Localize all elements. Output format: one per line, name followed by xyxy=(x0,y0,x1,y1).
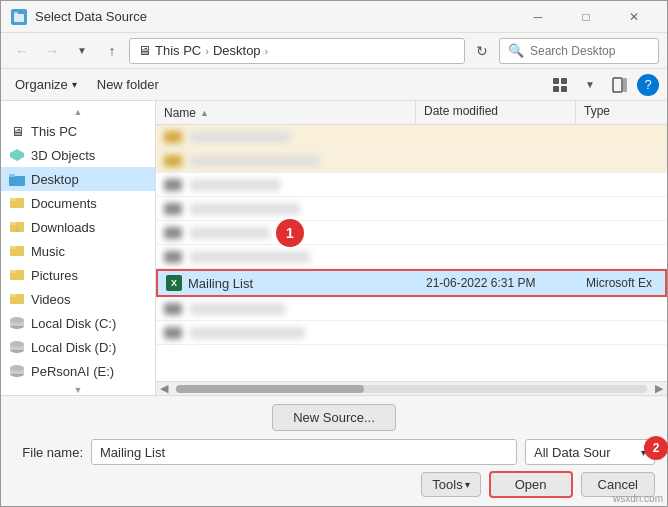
column-type[interactable]: Type xyxy=(576,101,667,124)
buttons-row: Tools ▾ Open Cancel xyxy=(13,471,655,498)
scroll-indicator-bottom: ▼ xyxy=(1,383,155,395)
breadcrumb-this-pc[interactable]: This PC xyxy=(155,43,201,58)
list-item[interactable] xyxy=(156,221,667,245)
file-list-content[interactable]: 1 X Mailing List 21-06-2022 6:31 PM Micr… xyxy=(156,125,667,381)
tools-button[interactable]: Tools ▾ xyxy=(421,472,480,497)
column-date-modified[interactable]: Date modified xyxy=(416,101,576,124)
close-button[interactable]: ✕ xyxy=(611,1,657,33)
sidebar-item-desktop[interactable]: Desktop xyxy=(1,167,155,191)
file-name-label: File name: xyxy=(13,445,83,460)
up-button[interactable]: ↑ xyxy=(99,38,125,64)
downloads-icon: ↓ xyxy=(9,219,25,235)
file-type-dropdown[interactable]: All Data Sour 2 ▾ xyxy=(525,439,655,465)
preview-icon xyxy=(612,77,628,93)
forward-button[interactable]: → xyxy=(39,38,65,64)
actions-right: ▼ ? xyxy=(547,72,659,98)
music-icon xyxy=(9,243,25,259)
tools-dropdown-icon: ▾ xyxy=(465,479,470,490)
sidebar-item-music[interactable]: Music xyxy=(1,239,155,263)
search-icon: 🔍 xyxy=(508,43,524,58)
sidebar-item-local-disk-d[interactable]: Local Disk (D:) xyxy=(1,335,155,359)
list-item[interactable] xyxy=(156,149,667,173)
breadcrumb-pc-icon: 🖥 xyxy=(138,43,151,58)
main-content: ▲ 🖥 This PC 3D Objects Deskto xyxy=(1,101,667,395)
sidebar-item-this-pc[interactable]: 🖥 This PC xyxy=(1,119,155,143)
svg-rect-21 xyxy=(10,294,16,297)
scroll-track[interactable] xyxy=(176,385,647,393)
sidebar-local-disk-d-label: Local Disk (D:) xyxy=(31,340,116,355)
view-options-button[interactable] xyxy=(547,72,573,98)
file-type-value: All Data Sour xyxy=(534,445,611,460)
new-folder-button[interactable]: New folder xyxy=(91,75,165,94)
videos-icon xyxy=(9,291,25,307)
selected-file-row[interactable]: X Mailing List 21-06-2022 6:31 PM Micros… xyxy=(156,269,667,297)
excel-icon: X xyxy=(166,275,182,291)
step-badge-1: 1 xyxy=(276,219,304,247)
svg-rect-2 xyxy=(553,78,559,84)
back-button[interactable]: ← xyxy=(9,38,35,64)
open-button[interactable]: Open xyxy=(489,471,573,498)
breadcrumb-desktop[interactable]: Desktop xyxy=(213,43,261,58)
sidebar-3d-objects-label: 3D Objects xyxy=(31,148,95,163)
horizontal-scrollbar[interactable]: ◀ ▶ xyxy=(156,381,667,395)
sidebar-item-downloads[interactable]: ↓ Downloads xyxy=(1,215,155,239)
refresh-button[interactable]: ↻ xyxy=(469,38,495,64)
documents-icon xyxy=(9,195,25,211)
organize-button[interactable]: Organize ▾ xyxy=(9,75,83,94)
breadcrumb-separator1: › xyxy=(205,45,209,57)
sidebar-item-3d-objects[interactable]: 3D Objects xyxy=(1,143,155,167)
sidebar-item-local-disk-c[interactable]: Local Disk (C:) xyxy=(1,311,155,335)
scroll-left-btn[interactable]: ◀ xyxy=(156,382,172,395)
help-button[interactable]: ? xyxy=(637,74,659,96)
list-item[interactable] xyxy=(156,321,667,345)
bottom-panel: New Source... File name: All Data Sour 2… xyxy=(1,395,667,506)
sidebar-this-pc-label: This PC xyxy=(31,124,77,139)
file-name-field[interactable] xyxy=(91,439,517,465)
sidebar-item-documents[interactable]: Documents xyxy=(1,191,155,215)
new-source-button[interactable]: New Source... xyxy=(272,404,396,431)
svg-rect-4 xyxy=(553,86,559,92)
pictures-icon xyxy=(9,267,25,283)
file-name-text: Mailing List xyxy=(188,276,253,291)
file-cell-type: Microsoft Ex xyxy=(578,276,665,290)
list-item[interactable] xyxy=(156,245,667,269)
title-bar-left: Select Data Source xyxy=(11,9,147,25)
svg-rect-10 xyxy=(9,174,15,177)
actions-bar: Organize ▾ New folder ▼ ? xyxy=(1,69,667,101)
sidebar-music-label: Music xyxy=(31,244,65,259)
title-bar: Select Data Source ─ □ ✕ xyxy=(1,1,667,33)
search-box[interactable]: 🔍 xyxy=(499,38,659,64)
list-item[interactable] xyxy=(156,125,667,149)
view-dropdown-button[interactable]: ▼ xyxy=(577,72,603,98)
sidebar-desktop-label: Desktop xyxy=(31,172,79,187)
maximize-button[interactable]: □ xyxy=(563,1,609,33)
cancel-button[interactable]: Cancel xyxy=(581,472,655,497)
list-item[interactable] xyxy=(156,197,667,221)
list-item[interactable] xyxy=(156,297,667,321)
minimize-button[interactable]: ─ xyxy=(515,1,561,33)
breadcrumb-separator2: › xyxy=(265,45,269,57)
sidebar: ▲ 🖥 This PC 3D Objects Deskto xyxy=(1,101,156,395)
list-item[interactable] xyxy=(156,173,667,197)
column-name[interactable]: Name ▲ xyxy=(156,101,416,124)
sidebar-downloads-label: Downloads xyxy=(31,220,95,235)
scroll-right-btn[interactable]: ▶ xyxy=(651,382,667,395)
svg-rect-7 xyxy=(623,78,627,92)
sidebar-item-videos[interactable]: Videos xyxy=(1,287,155,311)
svg-point-27 xyxy=(10,341,24,347)
sidebar-item-pictures[interactable]: Pictures xyxy=(1,263,155,287)
navigation-toolbar: ← → ▼ ↑ 🖥 This PC › Desktop › ↻ 🔍 xyxy=(1,33,667,69)
file-name-row: File name: All Data Sour 2 ▾ xyxy=(13,439,655,465)
breadcrumb[interactable]: 🖥 This PC › Desktop › xyxy=(129,38,465,64)
sidebar-item-personai-e[interactable]: PeRsonAI (E:) xyxy=(1,359,155,383)
search-input[interactable] xyxy=(530,44,650,58)
dialog-title: Select Data Source xyxy=(35,9,147,24)
sort-arrow: ▲ xyxy=(200,108,209,118)
preview-pane-button[interactable] xyxy=(607,72,633,98)
new-source-row: New Source... xyxy=(13,404,655,431)
file-cell-date: 21-06-2022 6:31 PM xyxy=(418,276,578,290)
scroll-thumb[interactable] xyxy=(176,385,364,393)
select-data-source-dialog: Select Data Source ─ □ ✕ ← → ▼ ↑ 🖥 This … xyxy=(0,0,668,507)
scroll-indicator-top: ▲ xyxy=(1,105,155,119)
recent-locations-button[interactable]: ▼ xyxy=(69,38,95,64)
